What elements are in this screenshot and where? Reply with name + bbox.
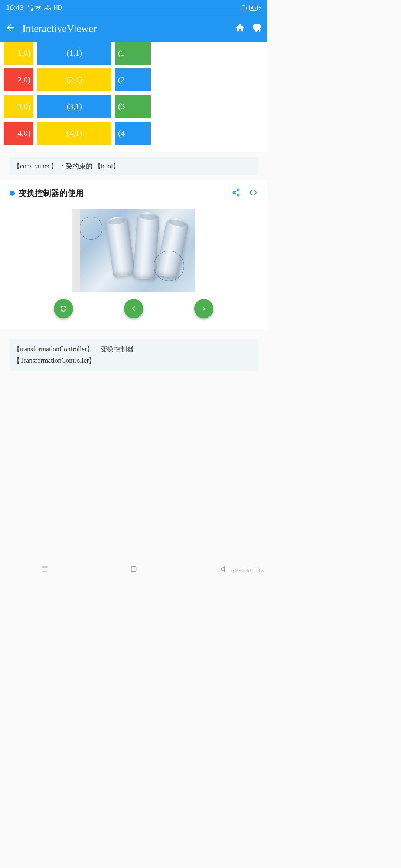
grid-cell: 1,0) bbox=[4, 42, 33, 65]
battery-indicator: 45 bbox=[249, 5, 261, 11]
page-title: InteractiveViewer bbox=[22, 23, 228, 34]
heart-plus-icon bbox=[252, 23, 262, 33]
app-bar: InteractiveViewer bbox=[0, 16, 267, 42]
grid-cell: (3,1) bbox=[37, 95, 111, 118]
chevron-right-icon bbox=[199, 304, 208, 313]
nav-back-button[interactable] bbox=[219, 565, 227, 575]
status-bar: 10:43 4G 313 KB/S HD 45 bbox=[0, 0, 267, 16]
blueprint-image[interactable] bbox=[72, 209, 195, 292]
speed-indicator: 313 KB/S bbox=[44, 4, 52, 11]
system-nav-bar bbox=[0, 561, 267, 579]
refresh-icon bbox=[59, 304, 68, 313]
grid-cell: (2,1) bbox=[37, 68, 111, 91]
home-button[interactable] bbox=[235, 23, 245, 34]
grid-cell: (1,1) bbox=[37, 42, 111, 65]
svg-rect-4 bbox=[131, 567, 136, 572]
favorite-button[interactable] bbox=[252, 23, 262, 34]
grid-row: 1,0) (1,1) (1 bbox=[4, 42, 258, 65]
back-button[interactable] bbox=[5, 23, 16, 34]
blueprint-bg bbox=[72, 209, 195, 292]
network-indicator: 4G bbox=[27, 4, 33, 11]
nav-home-button[interactable] bbox=[130, 565, 138, 575]
prev-button[interactable] bbox=[124, 299, 143, 318]
grid-cell: (3 bbox=[115, 95, 151, 118]
paper-roll bbox=[105, 216, 136, 277]
grid-cell: 3,0) bbox=[4, 95, 33, 118]
grid-cell: 4,0) bbox=[4, 122, 33, 145]
triangle-back-icon bbox=[219, 565, 227, 573]
square-icon bbox=[130, 565, 138, 573]
chevron-left-icon bbox=[129, 304, 138, 313]
wifi-icon bbox=[35, 5, 42, 10]
status-time: 10:43 bbox=[6, 4, 24, 12]
grid-cell: (2 bbox=[115, 68, 151, 91]
vibrate-icon bbox=[240, 5, 247, 11]
next-button[interactable] bbox=[194, 299, 213, 318]
grid-row: 3,0) (3,1) (3 bbox=[4, 95, 258, 118]
home-icon bbox=[235, 23, 245, 33]
share-button[interactable] bbox=[232, 188, 241, 198]
grid-cell: (4,1) bbox=[37, 122, 111, 145]
grid-cell: (1 bbox=[115, 42, 151, 65]
property-description-2: 【transformationController】：变换控制器 【Transf… bbox=[10, 339, 258, 371]
section-title: 变换控制器的使用 bbox=[19, 188, 228, 199]
grid-row: 4,0) (4,1) (4 bbox=[4, 122, 258, 145]
watermark: @稀土掘金技术社区 bbox=[231, 568, 264, 573]
grid-row: 2,0) (2,1) (2 bbox=[4, 68, 258, 91]
grid-cell: 2,0) bbox=[4, 68, 33, 91]
property-description: 【constrained】 ：受约束的 【bool】 bbox=[10, 157, 258, 175]
share-icon bbox=[232, 188, 241, 197]
signal-icon bbox=[27, 8, 33, 11]
charging-icon bbox=[258, 6, 261, 10]
image-edge bbox=[72, 209, 80, 292]
content-scroll[interactable]: 1,0) (1,1) (1 2,0) (2,1) (2 3,0) (3,1) (… bbox=[0, 42, 267, 371]
paper-roll bbox=[133, 211, 160, 280]
menu-icon bbox=[40, 565, 49, 573]
prop-line: 【TransformationController】 bbox=[13, 355, 254, 366]
reset-button[interactable] bbox=[54, 299, 73, 318]
control-button-row bbox=[10, 292, 258, 318]
svg-rect-0 bbox=[242, 6, 245, 10]
section-transform-controller: 变换控制器的使用 bbox=[0, 180, 267, 329]
status-right: 45 bbox=[240, 5, 261, 11]
interactive-grid-demo[interactable]: 1,0) (1,1) (1 2,0) (2,1) (2 3,0) (3,1) (… bbox=[0, 42, 267, 152]
code-icon bbox=[249, 188, 258, 197]
hd-indicator: HD bbox=[53, 4, 62, 11]
grid-cell: (4 bbox=[115, 122, 151, 145]
status-left: 10:43 4G 313 KB/S HD bbox=[6, 4, 62, 12]
nav-recent-button[interactable] bbox=[40, 565, 49, 575]
section-header: 变换控制器的使用 bbox=[10, 188, 258, 199]
code-button[interactable] bbox=[249, 188, 258, 198]
grid-wrap: 1,0) (1,1) (1 2,0) (2,1) (2 3,0) (3,1) (… bbox=[4, 42, 258, 145]
bullet-icon bbox=[10, 191, 15, 196]
paper-roll bbox=[155, 217, 189, 279]
prop-line: 【transformationController】：变换控制器 bbox=[13, 343, 254, 355]
arrow-back-icon bbox=[5, 23, 16, 33]
demo-image-container bbox=[10, 209, 258, 292]
